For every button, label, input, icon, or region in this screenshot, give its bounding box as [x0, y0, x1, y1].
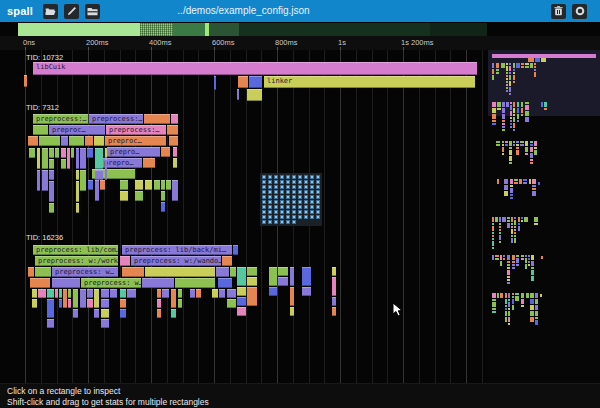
flame-rect[interactable]: preproc… — [105, 136, 166, 146]
flame-rect[interactable] — [47, 289, 54, 298]
flame-rect[interactable] — [290, 287, 294, 306]
flame-rect[interactable] — [120, 299, 126, 308]
flame-rect[interactable] — [24, 75, 27, 87]
flame-rect[interactable] — [61, 136, 68, 146]
flame-rect[interactable] — [175, 278, 215, 288]
flame-rect[interactable] — [87, 289, 93, 298]
flame-rect[interactable]: preprocess: w:/work… — [35, 256, 118, 266]
flame-rect[interactable] — [222, 256, 232, 266]
flame-rect[interactable] — [59, 299, 62, 308]
flame-rect[interactable]: preprocess:… — [106, 125, 166, 135]
flame-rect[interactable] — [73, 289, 78, 308]
flame-rect[interactable] — [80, 148, 86, 169]
flame-rect[interactable] — [157, 309, 161, 318]
flame-rect[interactable] — [69, 136, 84, 146]
flame-rect[interactable]: linker — [264, 76, 475, 88]
flame-rect[interactable] — [237, 297, 246, 306]
flame-rect[interactable] — [49, 203, 54, 213]
flame-rect[interactable] — [247, 287, 257, 306]
edit-button[interactable] — [64, 4, 79, 19]
flame-rect[interactable] — [76, 148, 79, 169]
flame-rect[interactable] — [332, 267, 336, 276]
flame-rect[interactable] — [100, 180, 105, 190]
flame-rect[interactable] — [145, 180, 152, 190]
flame-rect[interactable] — [171, 289, 176, 308]
flame-rect[interactable] — [67, 148, 70, 169]
flame-rect[interactable] — [68, 299, 71, 308]
flame-rect[interactable] — [68, 289, 71, 298]
flame-rect[interactable] — [87, 299, 93, 308]
flame-rect[interactable] — [178, 299, 182, 308]
flame-rect[interactable] — [161, 180, 165, 190]
flame-rect[interactable] — [122, 267, 144, 277]
flame-rect[interactable] — [227, 299, 236, 308]
flame-rect[interactable] — [95, 148, 103, 169]
flame-rect[interactable] — [39, 136, 60, 146]
flame-rect[interactable] — [32, 289, 37, 298]
flame-rect[interactable] — [55, 148, 59, 158]
flame-rect[interactable] — [166, 180, 171, 190]
flame-rect[interactable] — [169, 136, 178, 146]
flame-rect[interactable] — [73, 309, 78, 318]
flame-rect[interactable] — [37, 170, 40, 191]
flame-rect[interactable] — [101, 299, 109, 308]
flame-rect[interactable] — [47, 319, 54, 328]
flame-rect[interactable] — [49, 170, 54, 180]
flame-rect[interactable] — [237, 89, 239, 100]
timeline-ruler[interactable]: 0ns200ms400ms600ms800ms1s1s 200ms — [0, 36, 600, 50]
flame-rect[interactable] — [214, 76, 216, 90]
flame-rect[interactable] — [49, 148, 54, 158]
flame-rect[interactable] — [28, 136, 38, 146]
flame-rect[interactable] — [196, 289, 201, 298]
flame-rect[interactable]: preprocess:… — [33, 114, 88, 124]
flame-rect[interactable] — [247, 89, 262, 101]
flame-rect[interactable] — [219, 289, 225, 298]
flame-rect[interactable] — [290, 307, 294, 316]
flame-rect[interactable] — [269, 287, 277, 296]
flame-rect[interactable] — [105, 159, 107, 180]
flame-canvas[interactable]: libCuiklinkerpreprocess:…preprocess:…pre… — [0, 50, 600, 383]
flame-rect[interactable] — [105, 148, 107, 158]
flame-rect[interactable] — [247, 267, 257, 276]
activity-overview-strip[interactable] — [18, 23, 487, 36]
flame-rect[interactable] — [37, 148, 40, 169]
flame-rect[interactable]: preprocess: lib/com… — [33, 245, 118, 255]
flame-rect[interactable] — [212, 289, 218, 298]
flame-rect[interactable] — [35, 267, 51, 277]
settings-button[interactable] — [572, 4, 587, 19]
flame-rect[interactable] — [120, 309, 126, 318]
flame-rect[interactable] — [143, 158, 155, 168]
flame-rect[interactable] — [230, 267, 236, 277]
flame-rect[interactable] — [135, 191, 143, 201]
flame-rect[interactable] — [290, 267, 294, 286]
flame-rect[interactable] — [162, 289, 169, 298]
flame-rect[interactable] — [161, 191, 165, 201]
flame-rect[interactable] — [55, 289, 58, 298]
flame-rect[interactable] — [173, 158, 177, 168]
flame-rect[interactable] — [33, 125, 48, 135]
flame-rect[interactable] — [94, 309, 99, 318]
flame-rect[interactable] — [47, 299, 54, 318]
flame-rect[interactable] — [278, 267, 288, 276]
flame-rect[interactable] — [80, 289, 86, 308]
flame-rect[interactable] — [247, 277, 257, 286]
flame-rect[interactable] — [145, 267, 215, 277]
flame-rect[interactable] — [332, 307, 336, 316]
flame-rect[interactable] — [28, 267, 34, 277]
flame-rect[interactable] — [32, 299, 37, 308]
flame-rect[interactable]: preprocess:… — [89, 114, 143, 124]
flame-rect[interactable] — [171, 114, 178, 124]
flame-rect[interactable] — [120, 191, 128, 201]
flame-rect[interactable] — [49, 181, 54, 202]
flame-rect[interactable] — [190, 289, 195, 298]
flame-rect[interactable] — [120, 256, 130, 266]
flame-rect[interactable] — [167, 125, 178, 135]
flame-rect[interactable] — [237, 267, 246, 286]
flame-rect[interactable]: preprocess: w:/wando… — [131, 256, 221, 266]
dense-events-grid[interactable] — [260, 173, 322, 226]
flame-rect[interactable] — [95, 170, 103, 180]
flame-rect[interactable] — [218, 278, 232, 288]
flame-rect[interactable] — [94, 136, 104, 146]
flame-rect[interactable]: preprocess: w… — [52, 267, 118, 277]
flame-rect[interactable] — [142, 278, 174, 288]
